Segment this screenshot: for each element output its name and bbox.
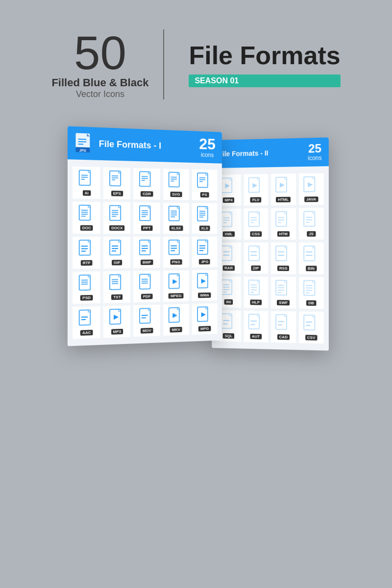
- format-label: MPEG: [169, 293, 183, 299]
- list-item: BIN: [299, 243, 324, 274]
- list-item: MPG: [192, 303, 217, 335]
- list-item: FLV: [244, 174, 268, 205]
- format-label: TXT: [111, 294, 122, 300]
- list-item: JPG: [192, 237, 217, 268]
- list-item: RTF: [73, 237, 100, 269]
- format-label: MKV: [170, 327, 182, 333]
- list-item: WMA: [192, 270, 217, 301]
- format-label: WMA: [198, 293, 211, 298]
- format-label: DB: [306, 300, 316, 306]
- page-header: 50 Filled Blue & Black Vector Icons File…: [0, 0, 392, 119]
- header-left: 50 Filled Blue & Black Vector Icons: [51, 29, 164, 99]
- format-label: JAVA: [304, 196, 318, 202]
- format-label: ZIP: [251, 266, 261, 271]
- list-item: ZIP: [244, 243, 268, 274]
- list-item: MP3: [103, 305, 130, 338]
- count-unit: icons: [308, 154, 321, 162]
- list-item: PNG: [163, 237, 189, 268]
- list-item: SVG: [163, 169, 189, 200]
- format-label: DOC: [80, 225, 93, 231]
- format-label: MPG: [198, 326, 211, 332]
- format-label: RAR: [222, 265, 235, 270]
- card-front-title: File Formats - I: [99, 139, 161, 151]
- format-label: INI: [224, 299, 233, 305]
- count-unit: icons: [199, 151, 215, 159]
- list-item: XLS: [192, 203, 217, 234]
- format-label: Ai: [83, 190, 91, 196]
- list-item: PPT: [133, 202, 160, 234]
- format-label: AAC: [80, 330, 93, 336]
- list-item: BMP: [133, 237, 160, 268]
- format-label: JS: [307, 231, 316, 237]
- format-label: HTM: [277, 231, 290, 237]
- style-description: Filled Blue & Black: [51, 76, 148, 89]
- format-label: EPS: [111, 191, 123, 196]
- card-back-count: 25 icons: [308, 143, 321, 162]
- format-label: SVG: [170, 192, 182, 197]
- list-item: CAD: [271, 311, 296, 343]
- list-item: Ai: [73, 167, 100, 199]
- list-item: HLP: [244, 277, 268, 308]
- card-front-count: 25 icons: [199, 136, 215, 159]
- format-label: XML: [222, 231, 234, 237]
- card-back-header: File Formats - II 25 icons: [212, 137, 329, 168]
- card-back: File Formats - II 25 icons MP4 FLV HTML: [212, 137, 329, 350]
- list-item: JAVA: [299, 173, 324, 205]
- list-item: GIF: [103, 237, 130, 269]
- format-label: CDR: [141, 191, 153, 196]
- list-item: DB: [299, 277, 324, 309]
- list-item: MOV: [133, 305, 160, 337]
- list-item: CDR: [133, 168, 160, 200]
- format-label: HTML: [276, 197, 291, 202]
- format-label: MP4: [223, 197, 235, 203]
- list-item: AUT: [244, 311, 268, 343]
- svg-line-3: [78, 142, 86, 142]
- list-item: SWF: [271, 277, 296, 309]
- format-label: CSV: [305, 335, 318, 341]
- format-label: PPT: [141, 225, 152, 231]
- format-label: DOCX: [109, 225, 124, 231]
- list-item: MKV: [163, 304, 189, 336]
- format-label: MP3: [111, 329, 123, 335]
- format-label: XLS: [199, 225, 210, 231]
- count-number: 25: [308, 143, 321, 155]
- card-front-header: JPG File Formats - I 25 icons: [68, 126, 222, 164]
- list-item: RSS: [271, 243, 296, 274]
- format-label: GIF: [112, 260, 122, 265]
- list-item: CSV: [299, 312, 324, 343]
- icon-type: Vector Icons: [76, 89, 124, 99]
- format-label: SQL: [223, 333, 235, 339]
- svg-line-2: [78, 139, 86, 140]
- list-item: DOCX: [103, 202, 130, 234]
- icon-grid-back: MP4 FLV HTML JAVA XML CSS: [212, 166, 329, 351]
- icon-count: 50: [74, 29, 126, 76]
- format-label: BMP: [141, 260, 153, 265]
- list-item: PS: [192, 170, 217, 200]
- list-item: XLSX: [163, 203, 189, 234]
- list-item: PSD: [73, 271, 100, 304]
- format-label: RTF: [81, 260, 93, 266]
- format-label: PS: [200, 192, 209, 197]
- format-label: MOV: [141, 328, 153, 334]
- format-label: BIN: [306, 266, 317, 271]
- main-title: File Formats: [189, 42, 340, 70]
- card-back-title: File Formats - II: [219, 149, 269, 158]
- format-label: CSS: [250, 231, 262, 237]
- format-label: XLSX: [169, 225, 183, 231]
- format-label: CAD: [277, 334, 290, 340]
- count-number: 25: [199, 136, 215, 152]
- jpg-header-icon: JPG: [74, 132, 94, 154]
- list-item: EPS: [103, 167, 130, 199]
- svg-text:JPG: JPG: [79, 148, 87, 152]
- format-label: FLV: [250, 197, 261, 202]
- list-item: DOC: [73, 201, 100, 234]
- format-label: SWF: [277, 300, 290, 305]
- list-item: MPEG: [163, 270, 189, 302]
- header-right: File Formats SEASON 01: [179, 42, 340, 87]
- format-label: RSS: [277, 266, 289, 271]
- cards-wrapper: JPG File Formats - I 25 icons Ai EPS: [0, 119, 392, 359]
- format-label: HLP: [250, 299, 262, 305]
- format-label: PDF: [141, 294, 153, 299]
- card-front: JPG File Formats - I 25 icons Ai EPS: [68, 126, 222, 346]
- list-item: CSS: [244, 208, 268, 240]
